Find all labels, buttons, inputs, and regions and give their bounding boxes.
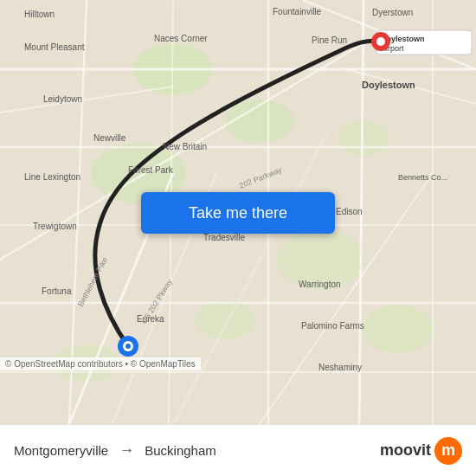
svg-text:Mount Pleasant: Mount Pleasant — [24, 42, 85, 52]
svg-point-6 — [363, 305, 433, 353]
svg-text:Fountainville: Fountainville — [273, 7, 322, 16]
map-attribution: © OpenStreetMap contributors • © OpenMap… — [0, 357, 201, 370]
svg-point-55 — [376, 37, 385, 46]
moovit-logo-icon: m — [434, 437, 462, 465]
take-me-there-button[interactable]: Take me there — [141, 192, 335, 234]
svg-text:New Britain: New Britain — [163, 142, 207, 151]
moovit-logo: moovit m — [380, 437, 462, 465]
arrow-icon: → — [119, 441, 134, 460]
svg-text:Edison: Edison — [336, 207, 363, 216]
svg-text:Trewigtown: Trewigtown — [33, 222, 77, 231]
bottom-bar: Montgomeryville → Buckingham moovit m — [0, 424, 476, 476]
moovit-brand-text: moovit — [380, 441, 431, 460]
svg-point-58 — [125, 344, 131, 349]
svg-text:Warrington: Warrington — [299, 280, 341, 289]
svg-text:Bennetts Co...: Bennetts Co... — [398, 173, 447, 182]
svg-text:Doylestown: Doylestown — [362, 80, 415, 90]
svg-text:Newville: Newville — [93, 133, 126, 143]
origin-label: Montgomeryville — [14, 443, 108, 458]
svg-text:Naces Corner: Naces Corner — [154, 34, 208, 43]
svg-text:Pine Run: Pine Run — [312, 35, 347, 45]
svg-text:Dyerstown: Dyerstown — [372, 8, 413, 17]
svg-text:Tradesville: Tradesville — [203, 233, 245, 242]
destination-label: Buckingham — [145, 443, 216, 458]
svg-text:Hilltown: Hilltown — [24, 10, 55, 19]
svg-text:Palomino Farms: Palomino Farms — [301, 321, 364, 331]
map-container: Hilltown Mount Pleasant Leidytown Newvil… — [0, 0, 476, 424]
svg-text:Neshaminy: Neshaminy — [318, 363, 362, 372]
svg-text:Forest Park: Forest Park — [128, 165, 174, 175]
svg-text:Fortuna: Fortuna — [42, 286, 72, 296]
svg-text:Line Lexington: Line Lexington — [24, 172, 80, 182]
svg-point-7 — [195, 301, 255, 339]
svg-text:Leidytown: Leidytown — [43, 94, 82, 104]
